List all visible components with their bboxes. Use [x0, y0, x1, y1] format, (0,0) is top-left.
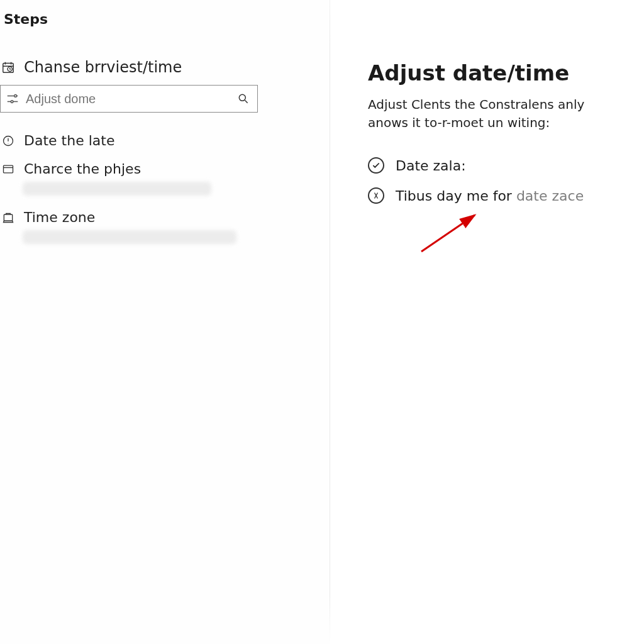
- left-panel: Steps Chanse brrviest/time: [0, 0, 330, 644]
- option-label: Date zala:: [396, 158, 466, 174]
- settings-slider-icon: [6, 92, 19, 106]
- option-label: Tibus day me for date zace: [396, 188, 584, 204]
- steps-title: Steps: [0, 11, 330, 27]
- blurred-subtext: [23, 230, 236, 244]
- option-label-main: Tibus day me for: [396, 188, 516, 204]
- svg-rect-6: [4, 165, 13, 173]
- checkmark-icon: [368, 157, 384, 174]
- date-alert-icon: [1, 135, 15, 147]
- page-title: Adjust date/time: [368, 60, 633, 86]
- svg-point-3: [11, 101, 13, 103]
- list-item-label: Charce the phjes: [24, 161, 141, 177]
- svg-point-2: [14, 95, 17, 97]
- section-heading-label: Chanse brrviest/time: [24, 58, 182, 76]
- list-item[interactable]: Charce the phjes: [0, 157, 330, 180]
- list-item-label: Time zone: [24, 209, 95, 225]
- search-box[interactable]: [0, 85, 258, 113]
- list-item[interactable]: Date the late: [0, 129, 330, 152]
- list-item[interactable]: Time zone: [0, 206, 330, 229]
- timezone-icon: [1, 211, 15, 224]
- action-icon: [368, 187, 384, 204]
- blurred-subtext: [23, 182, 211, 196]
- clock-calendar-icon: [1, 60, 15, 74]
- svg-point-4: [239, 94, 245, 101]
- search-input[interactable]: [26, 92, 237, 106]
- page-description: Adjust Clents the Constralens anly anows…: [368, 96, 619, 132]
- search-field-wrap: [0, 85, 258, 113]
- window-icon: [1, 163, 15, 175]
- section-heading: Chanse brrviest/time: [0, 55, 330, 80]
- option-item[interactable]: Date zala:: [368, 157, 633, 174]
- right-panel: Adjust date/time Adjust Clents the Const…: [330, 0, 644, 644]
- panel-divider: [330, 0, 330, 644]
- option-label-tail: date zace: [516, 188, 584, 204]
- option-item[interactable]: Tibus day me for date zace: [368, 187, 633, 204]
- list-item-label: Date the late: [24, 133, 114, 148]
- svg-rect-7: [4, 214, 12, 221]
- search-icon[interactable]: [237, 92, 250, 105]
